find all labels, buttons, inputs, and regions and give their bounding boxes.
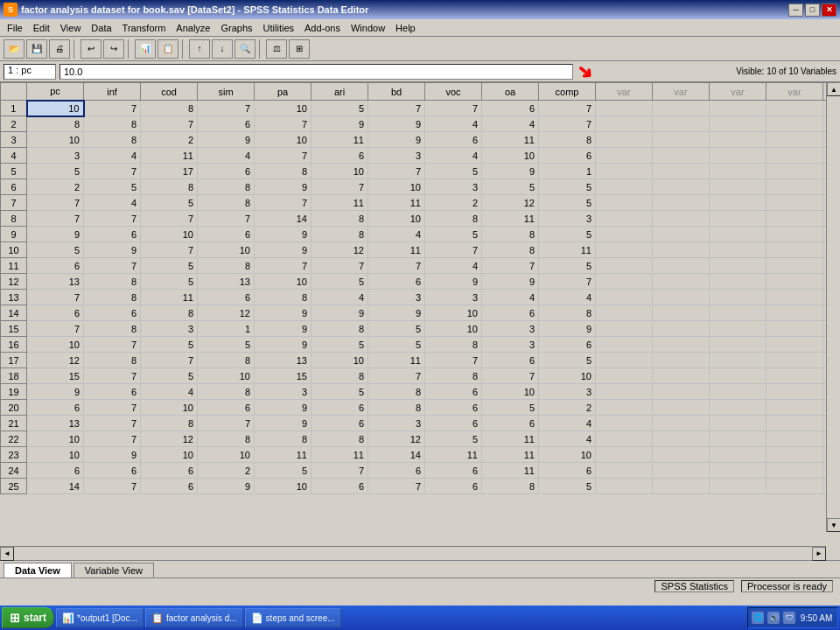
cell-r14-c5[interactable]: 9	[255, 305, 312, 321]
empty-var-cell[interactable]	[653, 400, 710, 416]
empty-var-cell[interactable]	[596, 274, 653, 290]
cell-r13-c1[interactable]: 7	[27, 290, 84, 305]
empty-var-cell[interactable]	[766, 258, 823, 274]
open-button[interactable]: 📂	[4, 39, 24, 59]
cell-r2-c2[interactable]: 8	[84, 116, 141, 132]
cell-r19-c1[interactable]: 9	[27, 384, 84, 400]
cell-r15-c8[interactable]: 10	[425, 321, 482, 337]
cell-r18-c8[interactable]: 8	[425, 368, 482, 384]
empty-var-cell[interactable]	[596, 164, 653, 179]
cell-r3-c7[interactable]: 9	[368, 132, 425, 148]
cell-r25-c6[interactable]: 6	[312, 479, 368, 494]
empty-var-cell[interactable]	[766, 353, 823, 368]
cell-r7-c4[interactable]: 8	[198, 195, 255, 211]
cell-r4-c5[interactable]: 7	[255, 148, 312, 164]
cell-r1-c8[interactable]: 7	[425, 101, 482, 116]
cell-r18-c7[interactable]: 7	[368, 368, 425, 384]
cell-r7-c1[interactable]: 7	[27, 195, 84, 211]
cell-r2-c6[interactable]: 9	[312, 116, 368, 132]
empty-var-cell[interactable]	[710, 416, 766, 431]
empty-var-cell[interactable]	[653, 416, 710, 431]
cell-r22-c2[interactable]: 7	[84, 431, 141, 447]
empty-var-cell[interactable]	[766, 321, 823, 337]
cell-r6-c1[interactable]: 2	[27, 179, 84, 195]
cell-r8-c6[interactable]: 8	[312, 211, 368, 227]
cell-r17-c10[interactable]: 5	[539, 353, 596, 368]
empty-var-cell[interactable]	[710, 274, 766, 290]
cell-r7-c8[interactable]: 2	[425, 195, 482, 211]
empty-var-cell[interactable]	[766, 164, 823, 179]
cell-r18-c9[interactable]: 7	[482, 368, 539, 384]
cell-r10-c2[interactable]: 9	[84, 242, 141, 258]
tab-variable-view[interactable]: Variable View	[74, 563, 154, 578]
cell-r1-c7[interactable]: 7	[368, 101, 425, 116]
menu-item-edit[interactable]: Edit	[28, 21, 55, 35]
cell-r19-c4[interactable]: 8	[198, 384, 255, 400]
empty-var-cell[interactable]	[766, 463, 823, 479]
scroll-left-button[interactable]: ◄	[0, 547, 14, 561]
cell-r19-c6[interactable]: 5	[312, 384, 368, 400]
cell-r15-c9[interactable]: 3	[482, 321, 539, 337]
cell-r21-c9[interactable]: 6	[482, 416, 539, 431]
cell-r23-c9[interactable]: 11	[482, 447, 539, 463]
cell-r25-c8[interactable]: 6	[425, 479, 482, 494]
cell-r4-c4[interactable]: 4	[198, 148, 255, 164]
cell-r3-c2[interactable]: 8	[84, 132, 141, 148]
empty-var-cell[interactable]	[653, 353, 710, 368]
empty-var-cell[interactable]	[653, 290, 710, 305]
empty-var-cell[interactable]	[766, 416, 823, 431]
empty-var-cell[interactable]	[766, 242, 823, 258]
empty-var-cell[interactable]	[766, 195, 823, 211]
taskbar-item[interactable]: 📋factor analysis d...	[145, 608, 243, 627]
cell-r4-c7[interactable]: 3	[368, 148, 425, 164]
cell-r11-c9[interactable]: 7	[482, 258, 539, 274]
cell-r6-c8[interactable]: 3	[425, 179, 482, 195]
empty-var-cell[interactable]	[596, 368, 653, 384]
cell-r3-c9[interactable]: 11	[482, 132, 539, 148]
cell-r11-c3[interactable]: 5	[141, 258, 198, 274]
scroll-right-button[interactable]: ►	[812, 547, 826, 561]
empty-var-cell[interactable]	[653, 148, 710, 164]
cell-r3-c5[interactable]: 10	[255, 132, 312, 148]
menu-item-file[interactable]: File	[2, 21, 28, 35]
empty-var-cell[interactable]	[596, 479, 653, 494]
empty-var-cell[interactable]	[653, 447, 710, 463]
empty-var-cell[interactable]	[766, 384, 823, 400]
cell-r7-c3[interactable]: 5	[141, 195, 198, 211]
cell-r24-c1[interactable]: 6	[27, 463, 84, 479]
cell-r18-c1[interactable]: 15	[27, 368, 84, 384]
cell-r20-c6[interactable]: 6	[312, 400, 368, 416]
empty-var-cell[interactable]	[710, 479, 766, 494]
cell-r6-c3[interactable]: 8	[141, 179, 198, 195]
cell-r19-c5[interactable]: 3	[255, 384, 312, 400]
cell-r4-c10[interactable]: 6	[539, 148, 596, 164]
cell-r12-c10[interactable]: 7	[539, 274, 596, 290]
cell-r10-c1[interactable]: 5	[27, 242, 84, 258]
cell-r5-c1[interactable]: 5	[27, 164, 84, 179]
empty-var-cell[interactable]	[653, 431, 710, 447]
empty-var-cell[interactable]	[653, 227, 710, 242]
empty-var-cell[interactable]	[653, 195, 710, 211]
cell-r17-c9[interactable]: 6	[482, 353, 539, 368]
cell-r16-c9[interactable]: 3	[482, 337, 539, 353]
cell-r7-c6[interactable]: 11	[312, 195, 368, 211]
sort-asc-button[interactable]: ↑	[189, 39, 210, 59]
empty-var-cell[interactable]	[710, 179, 766, 195]
menu-item-add-ons[interactable]: Add-ons	[299, 21, 346, 35]
cell-r24-c9[interactable]: 11	[482, 463, 539, 479]
empty-var-cell[interactable]	[710, 101, 766, 116]
cell-r2-c9[interactable]: 4	[482, 116, 539, 132]
cell-r8-c8[interactable]: 8	[425, 211, 482, 227]
cell-r10-c3[interactable]: 7	[141, 242, 198, 258]
cell-r21-c4[interactable]: 7	[198, 416, 255, 431]
cell-r14-c2[interactable]: 6	[84, 305, 141, 321]
empty-var-cell[interactable]	[710, 321, 766, 337]
cell-r18-c2[interactable]: 7	[84, 368, 141, 384]
empty-var-cell[interactable]	[766, 211, 823, 227]
cell-r15-c4[interactable]: 1	[198, 321, 255, 337]
empty-var-cell[interactable]	[653, 337, 710, 353]
cell-r22-c7[interactable]: 12	[368, 431, 425, 447]
cell-r3-c3[interactable]: 2	[141, 132, 198, 148]
cell-r25-c2[interactable]: 7	[84, 479, 141, 494]
empty-var-cell[interactable]	[710, 463, 766, 479]
